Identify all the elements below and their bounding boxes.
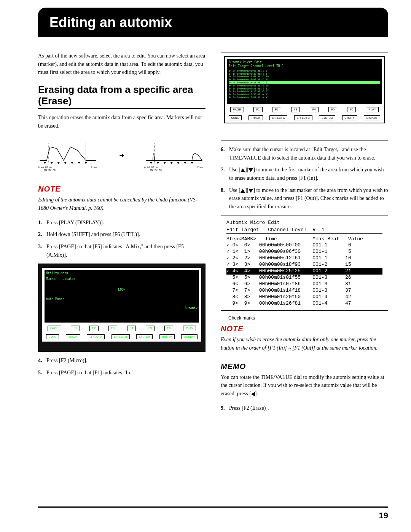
right-column: Automix Micro Edit Edit Target Channel L…	[221, 48, 388, 416]
intro-text: As part of the new software, select the …	[38, 52, 206, 77]
svg-text:Time: Time	[91, 166, 97, 169]
screen3-row: ✓ 3< 3> 00h00m00s18f93 001-2 15	[226, 262, 382, 268]
screen3-row: 8< 8> 00h00m01s20f50 001-4 42	[226, 294, 382, 300]
screen3-row: 9< 9> 00h00m01s26f81 001-4 47	[226, 300, 382, 307]
btn-f2: F2	[89, 326, 98, 331]
btn-f1: F1	[71, 326, 80, 331]
lbl-utility: UTILITY	[159, 334, 175, 339]
s8-post: ] to move to the last marker of the area…	[229, 187, 388, 209]
lbl2-system: SYSTEM	[319, 115, 335, 120]
step-4-num: 4.	[38, 356, 46, 365]
svg-text:M1  M3  M5: M1 M3 M5	[44, 169, 56, 171]
btn-play: PLAY	[183, 326, 196, 331]
svg-marker-19	[177, 162, 180, 164]
svg-marker-15	[150, 162, 152, 164]
btn2-f6: F6	[347, 107, 356, 112]
screen3-row: 7< 7> 00h00m01s14f18 001-3 37	[226, 288, 382, 294]
lbl2-utility: UTILITY	[342, 115, 357, 120]
svg-marker-3	[43, 162, 46, 164]
page-title-bar: Editing an automix	[38, 8, 388, 37]
lbl-track: TRACK	[66, 334, 80, 339]
note-label: NOTE	[38, 185, 61, 193]
s7-pre: Use [	[229, 167, 241, 173]
down-arrow-icon	[249, 168, 253, 172]
screen3-header: Step<MARK> Time Meas Beat Value	[226, 236, 382, 243]
btn-f4: F4	[127, 326, 136, 331]
btn2-play: PLAY	[366, 107, 379, 112]
steps-list-a: 1.Press [PLAY (DISPLAY)]. 2.Hold down [S…	[38, 219, 206, 259]
step-8-text: Use [][] to move to the last marker of t…	[229, 186, 388, 211]
step-6-num: 6.	[221, 145, 229, 162]
svg-marker-5	[57, 162, 60, 164]
s8-mid: ][	[245, 187, 249, 193]
btn2-f4: F4	[310, 107, 319, 112]
svg-marker-20	[184, 162, 186, 164]
lbl-song: SONG	[46, 334, 59, 339]
svg-marker-7	[71, 162, 73, 164]
step-2-num: 2.	[38, 230, 46, 239]
lcd2-title: Automix Micro Edit	[229, 61, 380, 64]
step-8-num: 8.	[221, 186, 229, 211]
note-1: Editing of the automix data cannot be ca…	[38, 196, 206, 212]
memo-post: ].	[255, 391, 258, 396]
note-2: Even if you wish to erase the automix da…	[221, 335, 388, 352]
step-3-text: Press [PAGE] so that [F5] indicates "A.M…	[46, 243, 206, 259]
lbl-system: SYSTEM	[136, 334, 153, 339]
lbl-display: DISPLAY	[181, 334, 198, 339]
btn2-f2: F2	[272, 107, 281, 112]
utility-menu-screenshot: Utility Menu Marker Locator LOOP Auto Pu…	[38, 264, 206, 352]
page-number: 19	[379, 511, 388, 520]
memo-pre: You can rotate the TIME/VALUE dial to mo…	[221, 374, 384, 396]
step-4-text: Press [F2 (Micro)].	[46, 356, 206, 365]
micro-edit-device-screenshot: Automix Micro Edit Edit Target Channel L…	[221, 53, 388, 141]
lcd-locator: Locator	[62, 277, 75, 281]
step-1-num: 1.	[38, 219, 46, 227]
step-3-num: 3.	[38, 243, 46, 259]
svg-marker-18	[170, 162, 173, 164]
btn-page: PAGE	[48, 326, 61, 331]
screen3-row: 6< 6> 00h00m01s07f86 001-3 31	[226, 281, 382, 288]
lcd-loop: LOOP	[118, 288, 125, 291]
erase-desc: This operation erases the automix data f…	[38, 113, 206, 130]
btn-f6: F6	[164, 326, 173, 331]
arrow-right-icon: ➔	[119, 150, 124, 161]
step-5-num: 5.	[38, 369, 46, 377]
lbl2-track: TRACK	[249, 115, 263, 120]
lbl2-song: SONG	[229, 115, 242, 120]
step-6-text: Make sure that the cursor is located at …	[229, 145, 388, 162]
lbl-effecta: EFFECT A	[87, 334, 105, 339]
svg-marker-16	[156, 162, 159, 164]
screen3-row: ✓ 1< 1> 00h00m00s06f30 001-1 5	[226, 249, 382, 255]
screen3-row: ✓ 2< 2> 00h00m00s12f61 001-1 10	[226, 255, 382, 262]
note-label-2: NOTE	[221, 324, 244, 333]
up-arrow-icon	[241, 168, 245, 172]
memo-text: You can rotate the TIME/VALUE dial to mo…	[221, 373, 388, 398]
lcd-automix: Automix	[185, 307, 198, 310]
section-heading-erase: Erasing data from a specific area (Erase…	[38, 84, 206, 109]
down-arrow-icon	[249, 189, 253, 193]
svg-marker-21	[191, 162, 193, 164]
step-9-list: 9.Press [F2 (Erase)].	[221, 404, 388, 412]
btn2-f1: F1	[253, 107, 262, 112]
step-5-text: Press [PAGE] so that [F1] indicates "In.…	[46, 369, 206, 377]
screen3-row: 5< 5> 00h00m01s01f55 001-3 26	[226, 275, 382, 281]
lcd2-target: Edit Target Channel Level TR 1	[229, 64, 380, 68]
btn-f5: F5	[146, 326, 155, 331]
screen3-row: ✓ 0< 0> 00h00m00s00f00 001-1 0	[226, 242, 382, 249]
left-arrow-icon	[251, 392, 255, 396]
automix-micro-edit-table: Automix Micro Edit Edit Target Channel L…	[221, 216, 388, 311]
lcd-utility: Utility Menu	[46, 272, 198, 275]
svg-marker-6	[64, 162, 67, 164]
step-9-num: 9.	[221, 404, 229, 412]
step-9-text: Press [F2 (Erase)].	[229, 404, 388, 412]
s7-mid: ][	[245, 167, 249, 173]
step-7-num: 7.	[221, 166, 229, 182]
screen3-row: ✓ 4< 4> 00h00m00s25f25 001-2 21	[226, 268, 382, 275]
lbl2-effecta: EFFECT A	[269, 115, 287, 120]
screen3-title: Automix Micro Edit	[226, 220, 382, 226]
steps-list-right: 6.Make sure that the cursor is located a…	[221, 145, 388, 211]
btn2-f3: F3	[291, 107, 300, 112]
check-marks-caption: Check marks	[228, 315, 388, 321]
svg-marker-8	[78, 162, 80, 164]
svg-marker-17	[163, 162, 166, 164]
